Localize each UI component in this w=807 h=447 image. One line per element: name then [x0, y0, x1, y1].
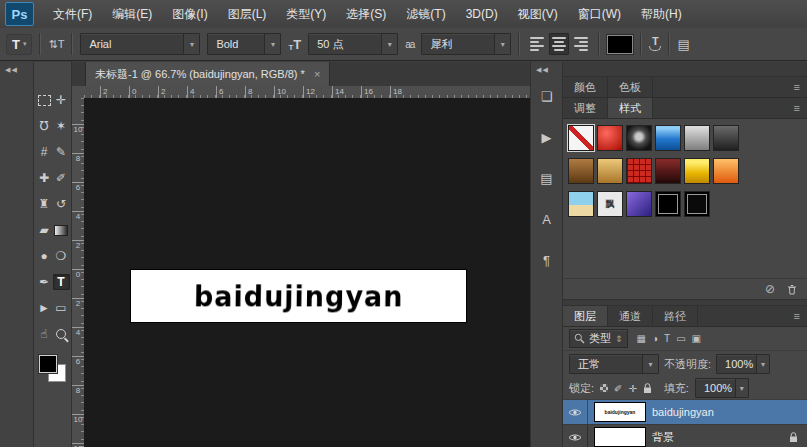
style-dark-outline[interactable] [685, 192, 709, 216]
menu-item-view[interactable]: 视图(V) [508, 0, 568, 28]
align-left-button[interactable] [527, 33, 547, 55]
font-family-select[interactable]: Arial ▾ [80, 33, 200, 55]
filter-type-layers-icon[interactable]: T [664, 333, 670, 344]
menu-item-layer[interactable]: 图层(L) [218, 0, 277, 28]
lasso-tool[interactable]: ℧ [36, 118, 53, 134]
paragraph-panel-icon[interactable]: ¶ [536, 251, 558, 270]
eraser-tool[interactable]: ▰ [36, 222, 53, 238]
collapse-chevrons-icon[interactable]: ◀◀ [0, 62, 33, 77]
style-sphere[interactable] [627, 126, 651, 150]
pen-tool[interactable]: ✒ [36, 274, 53, 290]
filter-shape-layers-icon[interactable]: ▭ [676, 333, 685, 344]
style-silver[interactable] [685, 126, 709, 150]
align-right-button[interactable] [571, 33, 591, 55]
move-tool[interactable]: ✛ [53, 92, 70, 108]
crop-tool[interactable]: # [36, 144, 53, 160]
panel-menu-icon[interactable]: ≡ [787, 77, 807, 97]
history-brush-tool[interactable]: ↺ [53, 196, 70, 212]
tab-channels[interactable]: 通道 [608, 306, 653, 326]
opacity-select[interactable]: 100% ▾ [716, 354, 770, 374]
text-color-swatch[interactable] [607, 35, 633, 54]
style-slate[interactable] [714, 126, 738, 150]
dodge-tool[interactable]: ❍ [53, 248, 70, 264]
clone-stamp-tool[interactable]: ♜ [36, 196, 53, 212]
tab-adjustments[interactable]: 调整 [563, 98, 608, 118]
blend-mode-select[interactable]: 正常 ▾ [569, 354, 659, 374]
visibility-eye-icon[interactable] [563, 425, 588, 447]
zoom-tool[interactable] [53, 326, 70, 342]
magic-wand-tool[interactable]: ✶ [53, 118, 70, 134]
history-panel-icon[interactable]: ❏ [536, 87, 558, 106]
anti-alias-select[interactable]: 犀利 ▾ [421, 33, 511, 55]
style-gold-tile[interactable] [598, 159, 622, 183]
character-panel-icon[interactable]: A [536, 210, 558, 229]
lock-all-icon[interactable] [643, 383, 652, 394]
tool-preset-picker[interactable]: T ▾ [6, 34, 32, 55]
style-red[interactable] [598, 126, 622, 150]
layer-thumbnail[interactable]: baidujingyan [595, 403, 645, 421]
lock-image-pixels-icon[interactable]: ✐ [614, 383, 622, 394]
lock-position-icon[interactable]: ✛ [628, 383, 636, 394]
rectangular-marquee-tool[interactable] [36, 92, 53, 108]
actions-panel-icon[interactable]: ▶ [536, 128, 558, 147]
panel-menu-icon[interactable]: ≡ [787, 98, 807, 118]
style-maroon[interactable] [656, 159, 680, 183]
style-bronze[interactable] [569, 159, 593, 183]
close-icon[interactable]: × [314, 68, 320, 80]
healing-brush-tool[interactable]: ✚ [36, 170, 53, 186]
filter-adjustment-layers-icon[interactable]: ◑ [652, 333, 658, 344]
menu-item-3d[interactable]: 3D(D) [456, 0, 508, 28]
properties-panel-icon[interactable]: ▤ [536, 169, 558, 188]
type-tool[interactable]: T [53, 274, 70, 290]
tab-color[interactable]: 颜色 [563, 77, 608, 97]
tab-styles[interactable]: 样式 [608, 98, 653, 118]
rectangle-tool[interactable]: ▭ [53, 300, 70, 316]
document-canvas[interactable]: baidujingyan [131, 270, 466, 322]
align-center-button[interactable] [549, 33, 569, 55]
layer-filter-kind-select[interactable]: 类型 ⇕ [569, 329, 628, 348]
delete-style-icon[interactable] [787, 284, 797, 295]
gradient-tool[interactable] [53, 222, 70, 238]
layer-thumbnail[interactable] [595, 428, 645, 446]
document-tab[interactable]: 未标题-1 @ 66.7% (baidujingyan, RGB/8) * × [85, 62, 330, 86]
style-snow-text[interactable]: 飘 [598, 192, 622, 216]
tab-paths[interactable]: 路径 [653, 306, 698, 326]
menu-item-edit[interactable]: 编辑(E) [102, 0, 162, 28]
path-selection-tool[interactable]: ► [36, 300, 53, 316]
visibility-eye-icon[interactable] [563, 400, 588, 424]
style-none[interactable] [569, 126, 593, 150]
hand-tool[interactable]: ☝ [36, 326, 53, 342]
style-red-grid[interactable] [627, 159, 651, 183]
menu-item-help[interactable]: 帮助(H) [631, 0, 692, 28]
style-blue-gloss[interactable] [656, 126, 680, 150]
font-style-select[interactable]: Bold ▾ [207, 33, 281, 55]
style-purple[interactable] [627, 192, 651, 216]
menu-item-file[interactable]: 文件(F) [43, 0, 102, 28]
style-yellow-gloss[interactable] [685, 159, 709, 183]
panel-menu-icon[interactable]: ≡ [787, 306, 807, 326]
tab-swatches[interactable]: 色板 [608, 77, 653, 97]
menu-item-type[interactable]: 类型(Y) [276, 0, 336, 28]
style-beach[interactable] [569, 192, 593, 216]
fill-select[interactable]: 100% ▾ [695, 378, 749, 398]
clear-style-icon[interactable]: ⊘ [765, 282, 775, 296]
filter-smart-objects-icon[interactable]: ▣ [692, 333, 701, 344]
foreground-color-swatch[interactable] [39, 355, 57, 373]
lock-transparent-pixels-icon[interactable] [600, 384, 608, 392]
text-orientation-icon[interactable]: ⇅T [48, 38, 64, 51]
style-black-outline[interactable] [656, 192, 680, 216]
warp-text-button[interactable]: T [649, 37, 661, 51]
foreground-background-colors[interactable] [39, 355, 66, 382]
menu-item-image[interactable]: 图像(I) [162, 0, 217, 28]
collapse-chevrons-icon[interactable]: ◀◀ [531, 62, 562, 77]
layer-row[interactable]: baidujingyanbaidujingyan [563, 400, 807, 425]
style-sunset[interactable] [714, 159, 738, 183]
toggle-character-panel-button[interactable]: ▤ [677, 37, 689, 52]
layer-row[interactable]: 背景 [563, 425, 807, 447]
eyedropper-tool[interactable]: ✎ [53, 144, 70, 160]
menu-item-filter[interactable]: 滤镜(T) [396, 0, 455, 28]
canvas-pasteboard[interactable]: baidujingyan [84, 98, 530, 447]
brush-tool[interactable]: ✐ [53, 170, 70, 186]
menu-item-select[interactable]: 选择(S) [336, 0, 396, 28]
tab-layers[interactable]: 图层 [563, 306, 608, 326]
